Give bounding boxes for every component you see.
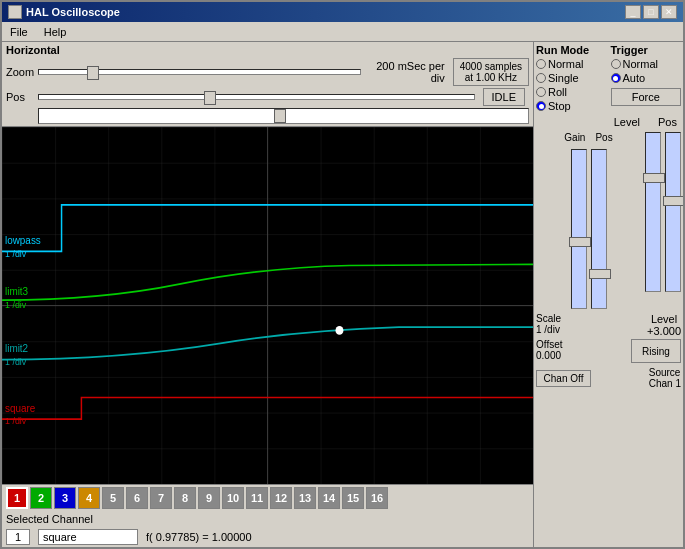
ch-btn-16[interactable]: 16 bbox=[366, 487, 388, 509]
zoom-row: Zoom 200 mSec per div 4000 samples at 1.… bbox=[6, 58, 529, 86]
level-value: +3.000 bbox=[647, 325, 681, 337]
menu-file[interactable]: File bbox=[6, 25, 32, 39]
run-normal-radio[interactable] bbox=[536, 59, 546, 69]
run-roll-radio[interactable] bbox=[536, 87, 546, 97]
menu-bar: File Help bbox=[2, 22, 683, 42]
svg-text:lowpass: lowpass bbox=[5, 234, 41, 245]
source-label: Source bbox=[649, 367, 681, 378]
svg-point-4 bbox=[335, 326, 343, 335]
ch-btn-10[interactable]: 10 bbox=[222, 487, 244, 509]
gain-slider[interactable] bbox=[571, 149, 587, 309]
ch-btn-7[interactable]: 7 bbox=[150, 487, 172, 509]
scope-svg: lowpass 1 /div limit3 1 /div limit2 1 /d… bbox=[2, 127, 533, 484]
channel-name-box[interactable]: square bbox=[38, 529, 138, 545]
ch-btn-2[interactable]: 2 bbox=[30, 487, 52, 509]
formula-display: f( 0.97785) = 1.00000 bbox=[146, 531, 529, 543]
ch-btn-12[interactable]: 12 bbox=[270, 487, 292, 509]
trig-normal-radio[interactable] bbox=[611, 59, 621, 69]
ch-btn-8[interactable]: 8 bbox=[174, 487, 196, 509]
trig-auto-radio[interactable] bbox=[611, 73, 621, 83]
rising-button[interactable]: Rising bbox=[631, 339, 681, 363]
svg-text:1 /div: 1 /div bbox=[5, 416, 27, 426]
horizontal-section: Horizontal Zoom 200 mSec per div 4000 sa… bbox=[2, 42, 533, 127]
cursor-row bbox=[6, 108, 529, 124]
bottom-right: Scale 1 /div Level +3.000 Offset 0.000 R… bbox=[536, 313, 681, 389]
ch-btn-14[interactable]: 14 bbox=[318, 487, 340, 509]
level-label: Level bbox=[647, 313, 681, 325]
vpos-label: Pos bbox=[595, 132, 612, 143]
title-bar: HAL Oscilloscope _ □ ✕ bbox=[2, 2, 683, 22]
trig-pos-slider-container bbox=[665, 132, 681, 309]
trig-level-slider-container bbox=[645, 132, 661, 309]
trig-normal-row: Normal bbox=[611, 58, 682, 70]
pos-row: Pos IDLE bbox=[6, 88, 529, 106]
force-button[interactable]: Force bbox=[611, 88, 682, 106]
cursor-slider[interactable] bbox=[38, 108, 529, 124]
zoom-slider[interactable] bbox=[38, 69, 361, 75]
menu-help[interactable]: Help bbox=[40, 25, 71, 39]
run-single-radio[interactable] bbox=[536, 73, 546, 83]
trig-level-slider[interactable] bbox=[645, 132, 661, 292]
trigger-section: Trigger Normal Auto Force bbox=[611, 44, 682, 114]
svg-text:limit3: limit3 bbox=[5, 285, 28, 296]
maximize-button[interactable]: □ bbox=[643, 5, 659, 19]
offset-value: 0.000 bbox=[536, 350, 563, 361]
trigger-pos-label: Pos bbox=[658, 116, 677, 128]
ch-btn-4[interactable]: 4 bbox=[78, 487, 100, 509]
trigger-sliders bbox=[645, 132, 681, 309]
main-content: Horizontal Zoom 200 mSec per div 4000 sa… bbox=[2, 42, 683, 547]
trig-normal-label: Normal bbox=[623, 58, 658, 70]
scale-value: 1 /div bbox=[536, 324, 561, 335]
ch-btn-5[interactable]: 5 bbox=[102, 487, 124, 509]
run-mode-section: Run Mode Normal Single Roll bbox=[536, 44, 607, 114]
channel-buttons: 1 2 3 4 5 6 7 8 9 10 11 12 13 14 15 16 bbox=[2, 485, 533, 511]
run-stop-radio[interactable] bbox=[536, 101, 546, 111]
trig-auto-label: Auto bbox=[623, 72, 646, 84]
trigger-title: Trigger bbox=[611, 44, 682, 56]
trig-pos-slider[interactable] bbox=[665, 132, 681, 292]
svg-text:1 /div: 1 /div bbox=[5, 248, 27, 258]
ch-btn-3[interactable]: 3 bbox=[54, 487, 76, 509]
ch-btn-6[interactable]: 6 bbox=[126, 487, 148, 509]
svg-text:limit2: limit2 bbox=[5, 343, 28, 354]
horizontal-label: Horizontal bbox=[6, 44, 529, 56]
channel-info-row: 1 square f( 0.97785) = 1.00000 bbox=[2, 527, 533, 547]
chan-off-button[interactable]: Chan Off bbox=[536, 370, 591, 387]
offset-label: Offset bbox=[536, 339, 563, 350]
minimize-button[interactable]: _ bbox=[625, 5, 641, 19]
close-button[interactable]: ✕ bbox=[661, 5, 677, 19]
oscilloscope-area: lowpass 1 /div limit3 1 /div limit2 1 /d… bbox=[2, 127, 533, 484]
scale-label: Scale bbox=[536, 313, 561, 324]
gain-label: Gain bbox=[564, 132, 585, 143]
samples-box: 4000 samples at 1.00 KHz bbox=[453, 58, 529, 86]
run-stop-label: Stop bbox=[548, 100, 571, 112]
ch-btn-1[interactable]: 1 bbox=[6, 487, 28, 509]
vpos-slider[interactable] bbox=[591, 149, 607, 309]
selected-channel-label: Selected Channel bbox=[6, 513, 93, 525]
source-chan: Chan 1 bbox=[649, 378, 681, 389]
right-top: Run Mode Normal Single Roll bbox=[536, 44, 681, 114]
time-value: 200 mSec per div bbox=[365, 60, 445, 84]
run-normal-label: Normal bbox=[548, 58, 583, 70]
ch-btn-13[interactable]: 13 bbox=[294, 487, 316, 509]
run-roll-label: Roll bbox=[548, 86, 567, 98]
pos-slider[interactable] bbox=[38, 94, 475, 100]
channel-number-box[interactable]: 1 bbox=[6, 529, 30, 545]
title-controls: _ □ ✕ bbox=[625, 5, 677, 19]
run-single-label: Single bbox=[548, 72, 579, 84]
vertical-sliders: Gain Pos bbox=[536, 132, 641, 309]
left-panel: Horizontal Zoom 200 mSec per div 4000 sa… bbox=[2, 42, 533, 547]
ch-btn-11[interactable]: 11 bbox=[246, 487, 268, 509]
right-panel: Run Mode Normal Single Roll bbox=[533, 42, 683, 547]
main-window: HAL Oscilloscope _ □ ✕ File Help Horizon… bbox=[0, 0, 685, 549]
ch-btn-15[interactable]: 15 bbox=[342, 487, 364, 509]
run-stop-row: Stop bbox=[536, 100, 607, 112]
run-single-row: Single bbox=[536, 72, 607, 84]
idle-button[interactable]: IDLE bbox=[483, 88, 525, 106]
pos-label: Pos bbox=[6, 91, 34, 103]
scope-canvas: lowpass 1 /div limit3 1 /div limit2 1 /d… bbox=[2, 127, 533, 484]
ch-btn-9[interactable]: 9 bbox=[198, 487, 220, 509]
bottom-bar: 1 2 3 4 5 6 7 8 9 10 11 12 13 14 15 16 bbox=[2, 484, 533, 547]
trigger-level-label: Level bbox=[614, 116, 640, 128]
svg-text:1 /div: 1 /div bbox=[5, 299, 27, 309]
